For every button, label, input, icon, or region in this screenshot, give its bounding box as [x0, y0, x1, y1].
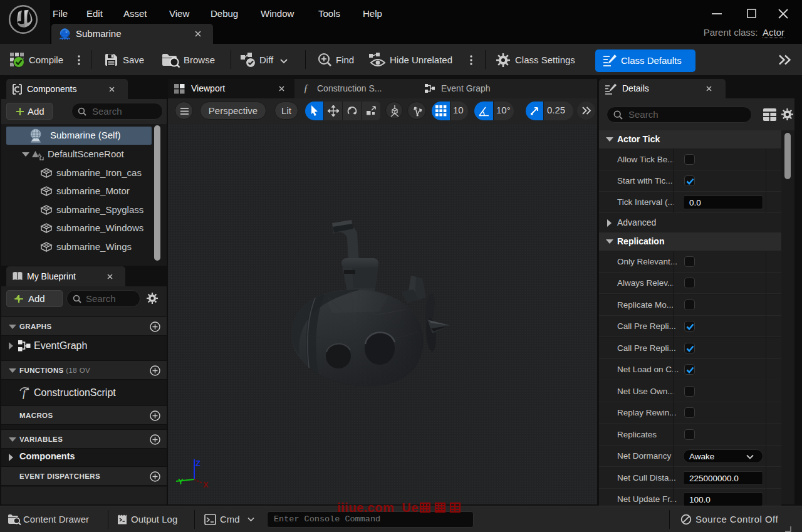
svg-text:Z: Z [195, 459, 200, 468]
svg-text:f: f [23, 387, 27, 399]
svg-text:Y: Y [178, 477, 184, 486]
svg-text:X: X [203, 480, 209, 489]
